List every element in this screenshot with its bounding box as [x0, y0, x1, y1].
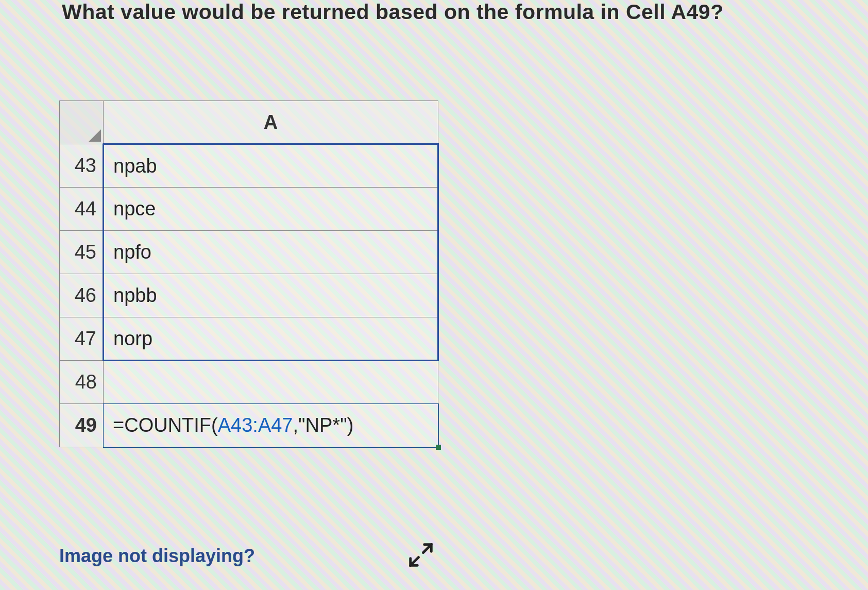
cell-a49[interactable]: =COUNTIF(A43:A47,"NP*"): [104, 404, 438, 447]
row-header[interactable]: 49: [60, 404, 104, 447]
expand-icon[interactable]: [407, 541, 435, 571]
cell-a47[interactable]: norp: [104, 317, 438, 361]
cell-a46[interactable]: npbb: [104, 274, 438, 317]
formula-suffix: ,"NP*"): [293, 414, 354, 436]
formula-range-ref: A43:A47: [218, 414, 293, 436]
image-not-displaying-link[interactable]: Image not displaying?: [59, 545, 255, 567]
cell-a44[interactable]: npce: [104, 188, 438, 231]
row-header[interactable]: 43: [60, 144, 104, 188]
row-header[interactable]: 44: [60, 188, 104, 231]
row-header[interactable]: 48: [60, 361, 104, 404]
select-all-corner[interactable]: [60, 101, 104, 144]
column-header-a[interactable]: A: [104, 101, 438, 144]
spreadsheet-table: A 43 npab 44 npce 45 npfo 46 npbb 47 nor…: [59, 100, 439, 447]
row-header[interactable]: 47: [60, 317, 104, 361]
cell-a48[interactable]: [104, 361, 438, 404]
cell-fill-handle-icon[interactable]: [436, 445, 441, 450]
row-header[interactable]: 45: [60, 231, 104, 274]
cell-a45[interactable]: npfo: [104, 231, 438, 274]
cell-a43[interactable]: npab: [104, 144, 438, 188]
formula-text: =COUNTIF(A43:A47,"NP*"): [113, 414, 353, 436]
row-header[interactable]: 46: [60, 274, 104, 317]
formula-prefix: =COUNTIF(: [113, 414, 218, 436]
question-text: What value would be returned based on th…: [62, 0, 724, 24]
